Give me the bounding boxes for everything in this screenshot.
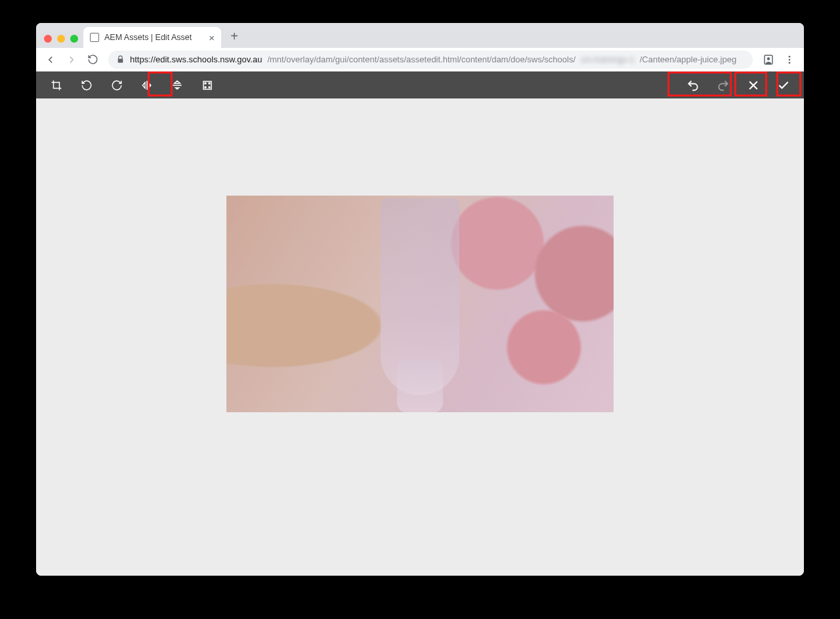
launch-map-button[interactable] [192, 72, 222, 98]
confirm-button[interactable] [768, 72, 799, 98]
lock-icon [116, 55, 125, 64]
page-favicon [90, 33, 99, 42]
canvas-inner [226, 196, 614, 412]
tab-strip: AEM Assets | Edit Asset × + [36, 23, 804, 48]
stage: AEM Assets | Edit Asset × + https://edit… [0, 0, 840, 619]
maximize-window-dot[interactable] [70, 35, 78, 43]
address-bar: https://edit.sws.schools.nsw.gov.au/mnt/… [36, 48, 804, 72]
rotate-left-button[interactable] [72, 72, 102, 98]
reload-button[interactable] [83, 51, 102, 69]
browser-tab[interactable]: AEM Assets | Edit Asset × [83, 27, 221, 48]
flip-horizontal-button[interactable] [162, 72, 192, 98]
svg-point-1 [767, 57, 770, 60]
editor-canvas[interactable] [36, 98, 804, 576]
svg-point-2 [789, 56, 791, 58]
svg-point-4 [789, 62, 791, 64]
svg-point-8 [205, 86, 206, 87]
profile-button[interactable] [759, 51, 778, 69]
minimize-window-dot[interactable] [57, 35, 65, 43]
redo-button[interactable] [708, 72, 738, 98]
url-blur: s/s-trainings-1 [581, 54, 635, 64]
chrome-menu-button[interactable] [780, 51, 799, 69]
back-button[interactable] [41, 51, 60, 69]
rotate-right-button[interactable] [102, 72, 132, 98]
svg-point-9 [209, 86, 210, 87]
bottle-neck-shape [397, 360, 443, 412]
new-tab-button[interactable]: + [225, 27, 243, 45]
tab-title: AEM Assets | Edit Asset [104, 33, 192, 42]
close-tab-icon[interactable]: × [209, 33, 215, 43]
forward-button[interactable] [62, 51, 81, 69]
url-host: https://edit.sws.schools.nsw.gov.au [130, 54, 262, 64]
svg-point-6 [205, 82, 206, 83]
asset-image[interactable] [226, 196, 614, 412]
close-window-dot[interactable] [44, 35, 52, 43]
flip-vertical-button[interactable] [132, 72, 162, 98]
url-path-2: /Canteen/apple-juice.jpeg [640, 54, 736, 64]
browser-window: AEM Assets | Edit Asset × + https://edit… [36, 23, 804, 576]
asset-editor [36, 72, 804, 576]
url-field[interactable]: https://edit.sws.schools.nsw.gov.au/mnt/… [108, 51, 753, 69]
window-controls [41, 35, 83, 48]
svg-point-7 [209, 82, 210, 83]
editor-toolbar [36, 72, 804, 98]
undo-button[interactable] [678, 72, 708, 98]
bottle-shape [381, 198, 459, 395]
crop-button[interactable] [41, 72, 72, 98]
svg-point-3 [789, 58, 791, 60]
cancel-button[interactable] [738, 72, 768, 98]
url-path-1: /mnt/overlay/dam/gui/content/assets/asse… [267, 54, 576, 64]
